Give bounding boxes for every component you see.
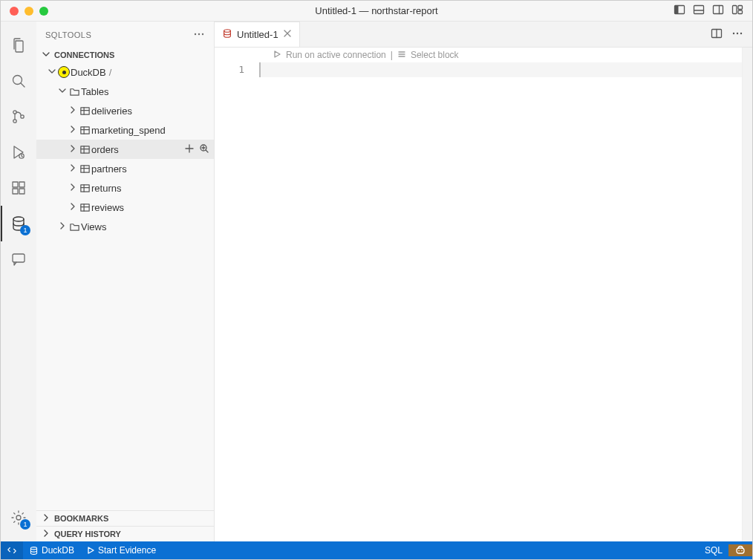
table-name: returns	[91, 183, 121, 194]
chevron-down-icon	[41, 50, 51, 60]
close-tab-icon[interactable]	[283, 29, 292, 40]
status-language-label: SQL	[705, 545, 723, 556]
source-control-activity[interactable]	[1, 99, 36, 134]
status-language[interactable]: SQL	[699, 545, 728, 556]
svg-rect-16	[19, 182, 25, 187]
svg-marker-87	[275, 51, 280, 57]
svg-rect-52	[80, 165, 88, 172]
chevron-right-icon	[68, 105, 78, 117]
run-debug-activity[interactable]	[1, 134, 36, 170]
sqltools-badge: 1	[20, 225, 30, 235]
history-section[interactable]: QUERY HISTORY	[36, 526, 214, 541]
table-name: orders	[91, 144, 119, 155]
status-connection-label: DuckDB	[42, 545, 74, 556]
table-item[interactable]: returns	[36, 178, 214, 198]
editor-tabs: Untitled-1	[215, 22, 752, 48]
tab-label: Untitled-1	[237, 29, 278, 40]
svg-rect-17	[13, 189, 18, 194]
chevron-right-icon	[68, 144, 78, 155]
status-evidence[interactable]: Start Evidence	[80, 541, 162, 559]
table-icon	[78, 125, 91, 136]
sidebar: SQLTOOLS CONNECTIONS DuckDB /	[36, 22, 215, 541]
codelens-select[interactable]: Select block	[411, 50, 459, 60]
tables-label: Tables	[81, 86, 109, 97]
svg-point-85	[737, 32, 738, 33]
svg-point-79	[224, 30, 231, 33]
svg-line-49	[206, 150, 208, 152]
table-item[interactable]: reviews	[36, 198, 214, 217]
table-name: deliveries	[91, 105, 132, 117]
table-item[interactable]: orders	[36, 140, 214, 159]
chevron-right-icon	[41, 513, 51, 524]
layout-customize-icon[interactable]	[731, 4, 743, 18]
svg-rect-61	[80, 184, 88, 191]
codelens-bar: Run on active connection | Select block	[215, 48, 752, 62]
connection-name: DuckDB	[71, 67, 106, 78]
svg-line-10	[21, 83, 25, 87]
table-item[interactable]: marketing_spend	[36, 120, 214, 140]
minimize-window-button[interactable]	[25, 7, 33, 16]
svg-rect-43	[80, 146, 88, 152]
add-icon[interactable]	[184, 143, 195, 156]
svg-point-86	[740, 32, 742, 33]
svg-rect-8	[738, 10, 743, 14]
extensions-activity[interactable]	[1, 170, 36, 206]
activity-bar: 1 1	[1, 22, 36, 541]
sidebar-more-icon[interactable]	[193, 28, 205, 42]
chat-activity[interactable]	[1, 241, 36, 277]
svg-rect-25	[80, 107, 88, 114]
chevron-right-icon	[68, 183, 78, 194]
views-folder[interactable]: Views	[36, 217, 214, 236]
svg-rect-1	[675, 6, 679, 14]
bookmarks-section[interactable]: BOOKMARKS	[36, 511, 214, 526]
code-editor[interactable]	[259, 62, 742, 541]
sql-file-icon	[222, 28, 232, 41]
layout-primary-sidebar-icon[interactable]	[674, 4, 685, 18]
svg-marker-92	[88, 547, 94, 553]
svg-point-24	[202, 33, 203, 34]
svg-rect-93	[737, 548, 744, 553]
layout-panel-icon[interactable]	[693, 4, 705, 18]
status-connection[interactable]: DuckDB	[23, 541, 80, 559]
svg-rect-34	[80, 126, 88, 133]
editor-more-icon[interactable]	[731, 27, 743, 42]
remote-indicator[interactable]	[1, 541, 23, 559]
status-copilot[interactable]	[728, 544, 752, 556]
views-label: Views	[81, 221, 106, 232]
layout-secondary-sidebar-icon[interactable]	[712, 4, 724, 18]
line-number: 1	[215, 62, 244, 77]
svg-point-21	[16, 515, 21, 520]
magnify-icon[interactable]	[199, 143, 209, 156]
chevron-right-icon	[41, 529, 51, 539]
maximize-window-button[interactable]	[39, 7, 48, 16]
svg-point-12	[13, 120, 16, 123]
svg-point-23	[198, 33, 200, 34]
bookmarks-label: BOOKMARKS	[54, 514, 108, 523]
editor-tab[interactable]: Untitled-1	[215, 22, 300, 47]
table-item[interactable]: deliveries	[36, 101, 214, 120]
tables-folder[interactable]: Tables	[36, 82, 214, 101]
svg-rect-15	[13, 182, 18, 187]
connection-item[interactable]: DuckDB /	[36, 62, 214, 82]
table-item[interactable]: partners	[36, 159, 214, 178]
close-window-button[interactable]	[10, 7, 19, 16]
connections-label: CONNECTIONS	[54, 51, 114, 59]
codelens-run[interactable]: Run on active connection	[286, 50, 386, 60]
status-bar: DuckDB Start Evidence SQL	[1, 541, 752, 559]
chevron-right-icon	[68, 202, 78, 213]
search-activity[interactable]	[1, 63, 36, 99]
folder-icon	[68, 221, 81, 232]
settings-activity[interactable]: 1	[1, 500, 36, 535]
window-title: Untitled-1 — northstar-report	[1, 5, 752, 16]
connections-section[interactable]: CONNECTIONS	[36, 48, 214, 62]
split-editor-icon[interactable]	[711, 27, 723, 42]
svg-rect-2	[694, 6, 704, 14]
chevron-right-icon	[57, 221, 68, 232]
svg-point-19	[13, 217, 24, 221]
sqltools-activity[interactable]: 1	[1, 206, 36, 241]
minimap[interactable]	[742, 48, 752, 541]
table-icon	[78, 202, 91, 213]
svg-rect-7	[738, 6, 743, 10]
explorer-activity[interactable]	[1, 27, 36, 63]
svg-rect-70	[80, 204, 88, 210]
